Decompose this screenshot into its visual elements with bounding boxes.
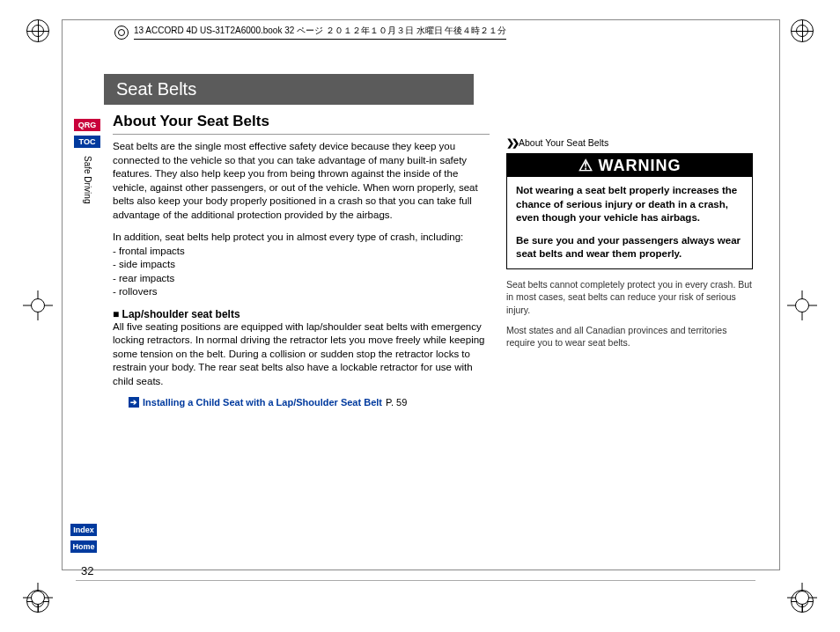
crop-mark-tl <box>26 19 49 42</box>
warning-paragraph: Not wearing a seat belt properly increas… <box>516 184 743 225</box>
side-topic-text: About Your Seat Belts <box>519 137 608 148</box>
side-column: ❯❯ About Your Seat Belts ⚠ WARNING Not w… <box>506 137 753 349</box>
chevron-icon: ❯❯ <box>506 137 517 148</box>
cross-reference[interactable]: ➔ Installing a Child Seat with a Lap/Sho… <box>129 397 490 408</box>
crop-mark-tr <box>791 19 814 42</box>
section-title: Seat Belts <box>104 74 474 105</box>
warning-title-text: WARNING <box>599 157 682 175</box>
page-number: 32 <box>81 564 93 577</box>
xref-arrow-icon: ➔ <box>129 397 139 408</box>
register-mark-bottom-right <box>787 583 817 613</box>
nav-column-top: QRG TOC Safe Driving <box>72 119 102 203</box>
xref-label: Installing a Child Seat with a Lap/Shoul… <box>143 397 382 408</box>
warning-paragraph: Be sure you and your passengers always w… <box>516 234 743 261</box>
page-subtitle: About Your Seat Belts <box>113 113 490 135</box>
footer-rule <box>76 580 755 581</box>
sub-paragraph: All five seating positions are equipped … <box>113 320 490 389</box>
xref-page: P. 59 <box>386 397 407 408</box>
nav-section-label: Safe Driving <box>83 156 92 203</box>
sub-heading-text: Lap/shoulder seat belts <box>122 308 240 320</box>
warning-body: Not wearing a seat belt properly increas… <box>507 177 752 268</box>
register-mark-bottom-left <box>23 583 53 613</box>
bullet-item: - rear impacts <box>113 272 490 286</box>
bullet-item: - rollovers <box>113 285 490 299</box>
nav-column-bottom: Index Home <box>70 524 102 553</box>
register-mark-left <box>23 290 53 320</box>
nav-toc-button[interactable]: TOC <box>74 136 100 148</box>
nav-index-button[interactable]: Index <box>70 524 97 536</box>
warning-title: ⚠ WARNING <box>507 154 752 177</box>
warning-triangle-icon: ⚠ <box>578 156 593 175</box>
book-meta-text: 13 ACCORD 4D US-31T2A6000.book 32 ページ ２０… <box>134 25 506 40</box>
side-topic: ❯❯ About Your Seat Belts <box>506 137 753 148</box>
intro-paragraph: Seat belts are the single most effective… <box>113 140 490 222</box>
warning-box: ⚠ WARNING Not wearing a seat belt proper… <box>506 153 753 269</box>
side-note: Seat belts cannot completely protect you… <box>506 278 753 317</box>
bullet-list: - frontal impacts - side impacts - rear … <box>113 245 490 299</box>
bullet-item: - frontal impacts <box>113 245 490 259</box>
sub-heading: ■ Lap/shoulder seat belts <box>113 308 490 320</box>
bullet-intro: In addition, seat belts help protect you… <box>113 231 490 245</box>
main-content: About Your Seat Belts Seat belts are the… <box>113 113 490 408</box>
bullet-item: - side impacts <box>113 258 490 272</box>
rosette-icon <box>114 26 129 40</box>
side-note: Most states and all Canadian provinces a… <box>506 324 753 349</box>
register-mark-right <box>787 290 817 320</box>
nav-home-button[interactable]: Home <box>70 540 97 553</box>
nav-qrg-button[interactable]: QRG <box>74 119 100 131</box>
square-bullet-icon: ■ <box>113 308 122 320</box>
book-meta-header: 13 ACCORD 4D US-31T2A6000.book 32 ページ ２０… <box>114 25 506 40</box>
